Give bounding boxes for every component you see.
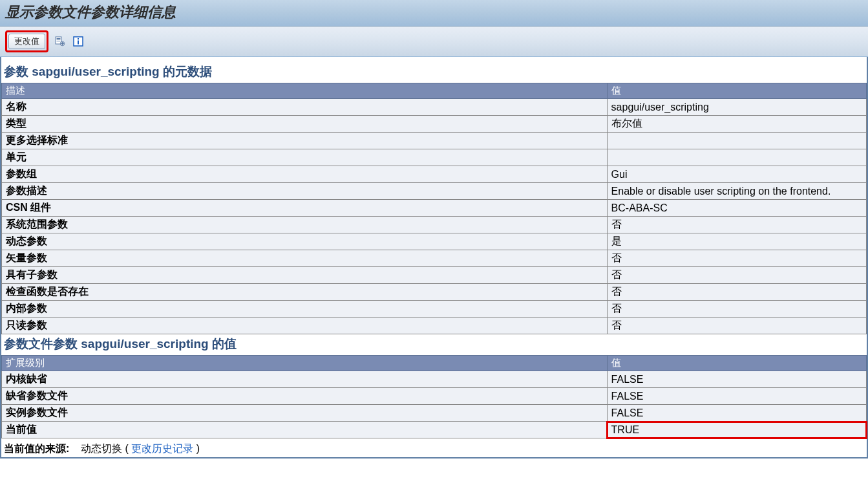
values-section-title: 参数文件参数 sapgui/user_scripting 的值 — [1, 334, 867, 355]
table-row: 只读参数否 — [2, 318, 867, 334]
content-area: 参数 sapgui/user_scripting 的元数据 描述 值 名称sap… — [0, 57, 868, 458]
row-value: 否 — [607, 217, 866, 233]
row-value: FALSE — [607, 371, 866, 388]
svg-rect-2 — [57, 39, 61, 40]
row-value: 是 — [607, 233, 866, 250]
svg-rect-3 — [57, 41, 61, 41]
table-row: 类型布尔值 — [2, 116, 867, 133]
row-label: 更多选择标准 — [2, 133, 608, 149]
values-table: 扩展级别 值 内核缺省FALSE缺省参数文件FALSE实例参数文件FALSE当前… — [1, 355, 867, 438]
row-value: 否 — [607, 284, 866, 301]
row-label: 内核缺省 — [2, 371, 608, 388]
table-row: 缺省参数文件FALSE — [2, 388, 867, 405]
row-value: 否 — [607, 250, 866, 267]
table-row: 名称sapgui/user_scripting — [2, 99, 867, 116]
table-row: 矢量参数否 — [2, 250, 867, 267]
row-label: 参数描述 — [2, 183, 608, 200]
row-value: 否 — [607, 301, 866, 318]
metadata-section-title: 参数 sapgui/user_scripting 的元数据 — [1, 62, 867, 83]
table-row: CSN 组件BC-ABA-SC — [2, 200, 867, 217]
row-label: 类型 — [2, 116, 608, 133]
info-icon[interactable] — [72, 35, 85, 48]
row-label: 实例参数文件 — [2, 405, 608, 422]
row-label: 具有子参数 — [2, 267, 608, 284]
row-value: sapgui/user_scripting — [607, 99, 866, 116]
row-label: 单元 — [2, 149, 608, 166]
table-row: 参数描述Enable or disable user scripting on … — [2, 183, 867, 200]
table-row: 动态参数是 — [2, 233, 867, 250]
row-value — [607, 149, 866, 166]
row-label: 参数组 — [2, 166, 608, 183]
metadata-header-value: 值 — [607, 83, 866, 99]
row-value — [607, 133, 866, 149]
values-header-value: 值 — [607, 356, 866, 371]
row-value: Enable or disable user scripting on the … — [607, 183, 866, 200]
row-label: 当前值 — [2, 422, 608, 438]
values-header-desc: 扩展级别 — [2, 356, 608, 371]
change-value-label: 更改值 — [14, 36, 39, 47]
title-text: 显示参数文件参数详细信息 — [5, 4, 176, 20]
table-row: 内部参数否 — [2, 301, 867, 318]
row-value: 布尔值 — [607, 116, 866, 133]
change-value-button[interactable]: 更改值 — [8, 34, 45, 49]
row-value: 否 — [607, 267, 866, 284]
footer-label: 当前值的来源: — [4, 443, 69, 454]
row-label: 内部参数 — [2, 301, 608, 318]
svg-rect-1 — [57, 38, 61, 39]
row-label: 缺省参数文件 — [2, 388, 608, 405]
metadata-header-desc: 描述 — [2, 83, 608, 99]
table-row: 更多选择标准 — [2, 133, 867, 149]
change-history-link[interactable]: 更改历史记录 — [131, 443, 193, 454]
row-label: 名称 — [2, 99, 608, 116]
row-value: Gui — [607, 166, 866, 183]
row-value: 否 — [607, 318, 866, 334]
row-label: 只读参数 — [2, 318, 608, 334]
toolbar: 更改值 — [0, 27, 868, 57]
row-label: CSN 组件 — [2, 200, 608, 217]
table-row: 系统范围参数否 — [2, 217, 867, 233]
highlight-change-value: 更改值 — [5, 30, 48, 52]
table-row: 单元 — [2, 149, 867, 166]
row-label: 检查函数是否存在 — [2, 284, 608, 301]
table-row: 参数组Gui — [2, 166, 867, 183]
svg-rect-6 — [78, 38, 79, 39]
table-row: 实例参数文件FALSE — [2, 405, 867, 422]
footer-text-before: 动态切换 ( — [81, 443, 131, 454]
metadata-table: 描述 值 名称sapgui/user_scripting类型布尔值更多选择标准单… — [1, 83, 867, 334]
row-label: 动态参数 — [2, 233, 608, 250]
svg-rect-7 — [78, 41, 79, 45]
row-label: 矢量参数 — [2, 250, 608, 267]
window-title: 显示参数文件参数详细信息 — [0, 0, 868, 27]
table-row: 内核缺省FALSE — [2, 371, 867, 388]
row-value: FALSE — [607, 388, 866, 405]
table-row: 检查函数是否存在否 — [2, 284, 867, 301]
row-value: BC-ABA-SC — [607, 200, 866, 217]
source-footer: 当前值的来源: 动态切换 ( 更改历史记录 ) — [1, 438, 867, 457]
display-technical-icon[interactable] — [54, 35, 67, 48]
row-value: TRUE — [607, 422, 866, 438]
table-row: 当前值TRUE — [2, 422, 867, 438]
table-row: 具有子参数否 — [2, 267, 867, 284]
row-label: 系统范围参数 — [2, 217, 608, 233]
footer-text-after: ) — [193, 443, 200, 454]
row-value: FALSE — [607, 405, 866, 422]
